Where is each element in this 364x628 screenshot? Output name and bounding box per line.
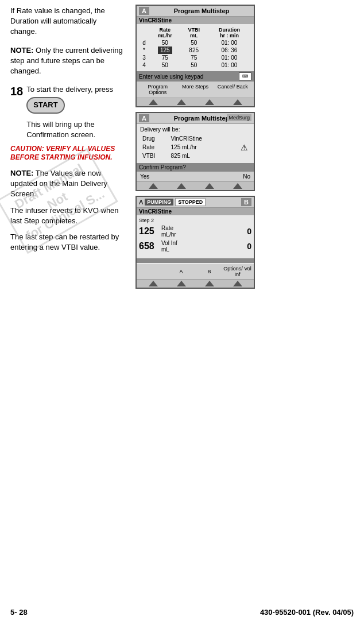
screen3-content: Step 2 125 Rate mL/hr 0 658 Vol Inf mL 0 xyxy=(137,215,254,257)
screen3-arrow-row xyxy=(137,279,254,288)
start-button-image: START xyxy=(26,97,64,113)
vtbi-cell: 825 xyxy=(181,46,207,54)
cancel-back-btn[interactable]: Cancel/ Back xyxy=(214,83,251,96)
screen1-table: Rate mL/hr VTBI mL Duration hr : min xyxy=(139,26,251,69)
duration-cell: 01: 00 xyxy=(207,39,251,46)
arrow-s2-2[interactable] xyxy=(177,183,186,189)
enter-value-bar: Enter value using keypad ⌨ xyxy=(137,71,254,82)
confirm-bar: Confirm Program? xyxy=(137,163,254,172)
screen1-drug-bar: VinCRIStine xyxy=(137,17,254,24)
rate-value: 125 mL/hr xyxy=(170,144,231,151)
screen2-arrow-row xyxy=(137,181,254,190)
vtbi-cell: 50 xyxy=(181,61,207,69)
step-cell: 4 xyxy=(139,61,149,69)
vtbi-reading-right: 0 xyxy=(247,242,251,251)
rate-cell: 50 xyxy=(149,61,181,69)
vtbi-cell: 75 xyxy=(181,54,207,61)
arrow-s3-3[interactable] xyxy=(205,281,214,286)
screen2-label-a: A xyxy=(139,114,149,122)
screen3-label-a: A xyxy=(139,199,143,206)
screen3-btn-a[interactable]: A xyxy=(167,269,195,274)
program-options-btn[interactable]: Program Options xyxy=(139,83,176,96)
duration-cell: 06: 36 xyxy=(207,46,251,54)
delivery-line: Delivery will be: xyxy=(140,126,250,133)
step-cell: 3 xyxy=(139,54,149,61)
col-rate-header: Rate mL/hr xyxy=(149,26,181,39)
enter-value-label: Enter value using keypad xyxy=(139,73,203,80)
separator-bar xyxy=(137,258,254,263)
drug-value: VinCRIStine xyxy=(170,135,231,142)
delivery-table: Drug VinCRIStine ⚠ Rate 125 mL/hr VTBI 8… xyxy=(140,134,250,161)
keyboard-icon: ⌨ xyxy=(239,72,251,80)
table-row: 3757501: 00 xyxy=(139,54,251,61)
arrow-3[interactable] xyxy=(205,99,214,105)
duration-cell: 01: 00 xyxy=(207,61,251,69)
step-info: Step 2 xyxy=(139,218,251,223)
arrow-s3-4[interactable] xyxy=(233,281,242,286)
vtbi-reading-row: 658 Vol Inf mL 0 xyxy=(139,240,251,253)
screen1-title: Program Multistep xyxy=(152,7,251,14)
table-row: *12582506: 36 xyxy=(139,46,251,54)
col-duration-header: Duration hr : min xyxy=(207,26,251,39)
drug-label: Drug xyxy=(141,135,169,142)
infuser-text: The infuser reverts to KVO when last Ste… xyxy=(10,206,125,226)
col-step xyxy=(139,26,149,39)
screen1-content: Rate mL/hr VTBI mL Duration hr : min xyxy=(137,24,254,71)
step-instruction: To start the delivery, press xyxy=(26,84,125,95)
rate-reading-value: 125 xyxy=(139,226,159,237)
arrow-s2-4[interactable] xyxy=(233,183,242,189)
arrow-s3-2[interactable] xyxy=(177,281,186,286)
intro-paragraph: If Rate value is changed, the Duration w… xyxy=(10,6,125,37)
screen1-device: A Program Multistep VinCRIStine Rate mL/… xyxy=(135,5,255,107)
pumping-badge: PUMPING xyxy=(145,199,173,206)
screen3-drug-bar: VinCRIStine xyxy=(137,208,254,215)
more-steps-btn[interactable]: More Steps xyxy=(176,83,214,96)
rate-cell: 50 xyxy=(149,39,181,46)
screen2-header: A Program Multistep MedSurg xyxy=(137,113,254,124)
vtbi-label: VTBI xyxy=(141,152,169,160)
screen1-arrow-row xyxy=(137,98,254,106)
screen3-btn-b[interactable]: B xyxy=(195,269,223,274)
arrow-2[interactable] xyxy=(177,99,186,105)
note2-paragraph: NOTE: The Values are now updated on the … xyxy=(10,168,125,200)
no-btn[interactable]: No xyxy=(243,173,250,180)
table-row: 4505001: 00 xyxy=(139,61,251,69)
table-row: d505001: 00 xyxy=(139,39,251,46)
rate-reading-row: 125 Rate mL/hr 0 xyxy=(139,225,251,238)
screen2-content: Delivery will be: Drug VinCRIStine ⚠ Rat… xyxy=(137,124,254,163)
text-column: If Rate value is changed, the Duration w… xyxy=(0,0,132,628)
footer-left: 5- 28 xyxy=(10,608,28,617)
col-vtbi-header: VTBI mL xyxy=(181,26,207,39)
screen1-label-a: A xyxy=(139,7,149,15)
confirmation-text: This will bring up the Confirmation scre… xyxy=(26,119,125,140)
rate-cell: 125 xyxy=(149,46,181,54)
rate-reading-right: 0 xyxy=(247,227,251,236)
vtbi-reading-value: 658 xyxy=(139,241,159,251)
stopped-badge: STOPPED xyxy=(175,198,206,206)
step-cell: * xyxy=(139,46,149,54)
screen1-header: A Program Multistep xyxy=(137,6,254,17)
step-cell: d xyxy=(139,39,149,46)
screen1-buttons: Program Options More Steps Cancel/ Back xyxy=(137,82,254,98)
duration-cell: 01: 00 xyxy=(207,54,251,61)
caution-text: CAUTION: VERIFY ALL VALUES BEFORE STARTI… xyxy=(10,145,125,162)
device-column: A Program Multistep VinCRIStine Rate mL/… xyxy=(132,0,258,628)
watermark: Draft ManualNotfor Clinical S... xyxy=(0,119,141,282)
screen3-device: A PUMPING STOPPED B VinCRIStine Step 2 1… xyxy=(135,196,255,289)
arrow-1[interactable] xyxy=(149,99,158,105)
note2-label: NOTE: xyxy=(10,169,33,177)
rate-label: Rate xyxy=(141,144,169,151)
arrow-s2-1[interactable] xyxy=(149,183,158,189)
vtbi-cell: 50 xyxy=(181,39,207,46)
screen3-btn-options[interactable]: Options/ Vol Inf xyxy=(223,266,251,277)
footer-right: 430-95520-001 (Rev. 04/05) xyxy=(260,608,354,617)
yes-btn[interactable]: Yes xyxy=(140,173,149,180)
screen3-label-b: B xyxy=(241,198,251,206)
screen3-buttons: A B Options/ Vol Inf xyxy=(137,264,254,279)
rate-reading-label: Rate mL/hr xyxy=(161,225,245,238)
arrow-s2-3[interactable] xyxy=(205,183,214,189)
arrow-s3-1[interactable] xyxy=(149,281,158,286)
yes-no-row: Yes No xyxy=(137,172,254,181)
arrow-4[interactable] xyxy=(233,99,242,105)
rate-cell: 75 xyxy=(149,54,181,61)
